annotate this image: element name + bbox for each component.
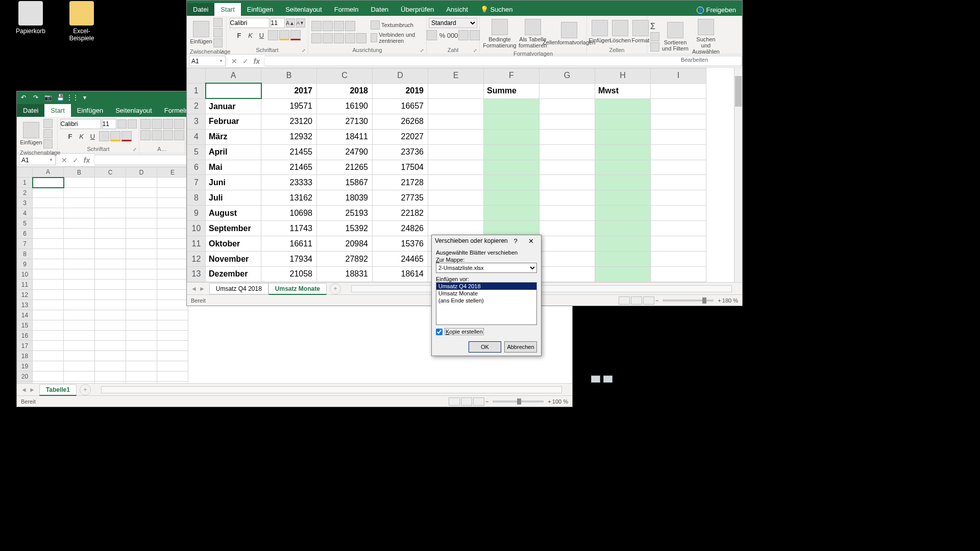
- cell[interactable]: 2019: [373, 83, 428, 98]
- number-format-select[interactable]: Standard: [429, 18, 477, 28]
- cancel-formula-icon[interactable]: ✕: [229, 57, 239, 65]
- copy-icon[interactable]: [213, 28, 223, 37]
- align-right-icon[interactable]: [163, 130, 173, 140]
- align-middle-icon[interactable]: [152, 119, 162, 129]
- decrease-font-icon[interactable]: [128, 119, 137, 129]
- row-header[interactable]: 1: [187, 83, 206, 98]
- font-size-input[interactable]: [102, 119, 116, 129]
- tab-start[interactable]: Start: [214, 3, 240, 16]
- select-all-corner[interactable]: [187, 68, 206, 84]
- sheet-tab[interactable]: Umsatz Monate: [268, 283, 327, 295]
- comma-format-icon[interactable]: 000: [448, 30, 457, 40]
- wrap-text-button[interactable]: Textumbruch: [371, 20, 423, 30]
- sheet-nav-prev-icon[interactable]: ◄: [21, 386, 27, 393]
- tab-einfuegen[interactable]: Einfügen: [71, 104, 109, 117]
- accounting-format-icon[interactable]: [427, 30, 437, 40]
- fill-color-icon[interactable]: [279, 30, 289, 40]
- view-icon[interactable]: [591, 375, 600, 383]
- zoom-slider[interactable]: [493, 400, 544, 403]
- zoom-out-button[interactable]: −: [655, 297, 658, 304]
- border-icon[interactable]: [99, 131, 109, 141]
- font-name-input[interactable]: [230, 18, 270, 28]
- tell-me-search[interactable]: 💡 Suchen: [474, 3, 519, 16]
- underline-button[interactable]: U: [88, 131, 98, 141]
- cell[interactable]: 2018: [317, 83, 373, 98]
- redo-icon[interactable]: ↷: [32, 94, 39, 101]
- cell[interactable]: [484, 98, 540, 114]
- fx-icon[interactable]: fx: [82, 156, 92, 164]
- dialog-launcher-icon[interactable]: ⤢: [473, 48, 477, 53]
- tab-einfuegen[interactable]: Einfügen: [241, 3, 279, 16]
- before-sheet-listbox[interactable]: Umsatz Q4 2018 Umsatz Monate (ans Ende s…: [436, 282, 537, 325]
- bold-button[interactable]: F: [234, 30, 244, 40]
- font-size-input[interactable]: [271, 18, 285, 28]
- horizontal-scrollbar[interactable]: [101, 386, 562, 393]
- share-button[interactable]: 👤Freigeben: [691, 4, 742, 16]
- sheet-tab[interactable]: Umsatz Q4 2018: [209, 283, 268, 294]
- create-copy-checkbox[interactable]: Kopie erstellen: [436, 328, 537, 335]
- fill-color-icon[interactable]: [110, 131, 120, 141]
- fill-icon[interactable]: [650, 32, 659, 41]
- qat-dropdown-icon[interactable]: ▾: [81, 94, 88, 101]
- list-item[interactable]: Umsatz Monate: [436, 290, 536, 297]
- col-header[interactable]: C: [95, 167, 126, 178]
- tab-formeln[interactable]: Formeln: [328, 3, 365, 16]
- col-header[interactable]: I: [651, 68, 706, 84]
- chevron-down-icon[interactable]: ▼: [49, 158, 53, 162]
- col-header[interactable]: A: [33, 167, 64, 178]
- decrease-font-icon[interactable]: A▼: [296, 18, 305, 28]
- add-sheet-button[interactable]: ＋: [80, 384, 91, 395]
- select-all-corner[interactable]: [17, 167, 33, 178]
- tab-ansicht[interactable]: Ansicht: [440, 3, 474, 16]
- zoom-out-button[interactable]: −: [485, 398, 488, 405]
- cell[interactable]: [428, 83, 484, 98]
- orientation-icon[interactable]: [345, 21, 355, 31]
- ok-button[interactable]: OK: [469, 341, 501, 353]
- cancel-formula-icon[interactable]: ✕: [59, 156, 69, 164]
- col-header[interactable]: D: [373, 68, 428, 84]
- cell[interactable]: [595, 98, 651, 114]
- col-header[interactable]: B: [261, 68, 317, 84]
- sheet-nav-next-icon[interactable]: ►: [199, 285, 205, 292]
- desktop-icon-recycle-bin[interactable]: Papierkorb: [10, 1, 51, 35]
- tab-datei[interactable]: Datei: [187, 3, 214, 16]
- paste-button[interactable]: Einfügen: [20, 121, 42, 146]
- vertical-scrollbar[interactable]: [734, 68, 742, 282]
- camera-icon[interactable]: 📷: [44, 94, 52, 101]
- merge-center-button[interactable]: Verbinden und zentrieren: [371, 32, 423, 44]
- col-header[interactable]: F: [484, 68, 540, 84]
- spreadsheet-grid[interactable]: A B C D E 1 2 3 4 5 6 7 8 9 10 11 12 13 …: [17, 167, 188, 383]
- font-color-icon[interactable]: [290, 30, 301, 40]
- clear-icon[interactable]: [650, 42, 659, 52]
- tab-seitenlayout[interactable]: Seitenlayout: [279, 3, 328, 16]
- normal-view-icon[interactable]: [619, 296, 630, 305]
- cell[interactable]: [33, 178, 64, 188]
- chevron-down-icon[interactable]: ▼: [219, 59, 223, 63]
- sheet-nav-next-icon[interactable]: ►: [29, 386, 35, 393]
- sort-filter-button[interactable]: Sortieren und Filtern: [660, 21, 690, 53]
- cell[interactable]: [540, 83, 595, 98]
- align-middle-icon[interactable]: [323, 21, 333, 31]
- name-box[interactable]: A1▼: [19, 155, 56, 165]
- cell[interactable]: [206, 83, 261, 98]
- dialog-launcher-icon[interactable]: ⤢: [420, 48, 424, 53]
- col-header[interactable]: E: [157, 167, 188, 178]
- page-break-view-icon[interactable]: [643, 296, 654, 305]
- cut-icon[interactable]: [43, 119, 53, 128]
- decrease-indent-icon[interactable]: [345, 33, 355, 43]
- sheet-tab[interactable]: Tabelle1: [39, 384, 77, 396]
- col-header[interactable]: C: [317, 68, 373, 84]
- dialog-launcher-icon[interactable]: ⤢: [133, 147, 137, 152]
- cell[interactable]: Summe: [484, 83, 540, 98]
- checkbox-input[interactable]: [436, 329, 443, 335]
- col-header[interactable]: D: [126, 167, 157, 178]
- increase-font-icon[interactable]: [117, 119, 127, 129]
- save-icon[interactable]: 💾: [57, 94, 64, 101]
- cut-icon[interactable]: [213, 18, 223, 27]
- zoom-level[interactable]: 100 %: [552, 398, 568, 405]
- dialog-launcher-icon[interactable]: ⤢: [302, 48, 306, 53]
- col-header[interactable]: B: [64, 167, 95, 178]
- paste-button[interactable]: Einfügen: [190, 20, 212, 45]
- percent-format-icon[interactable]: %: [438, 30, 447, 40]
- desktop-icon-excel-examples[interactable]: Excel-Beispiele: [61, 1, 102, 42]
